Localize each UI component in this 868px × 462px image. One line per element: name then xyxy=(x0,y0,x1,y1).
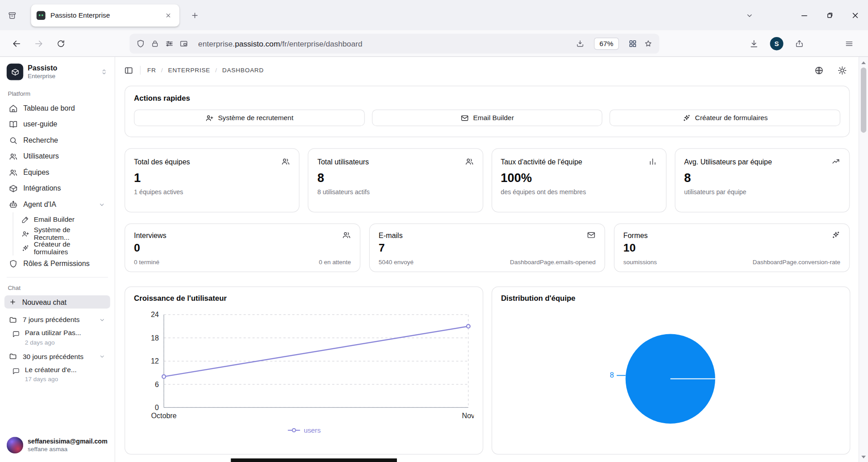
sidebar-item-form-builder[interactable]: Créateur de formulaires xyxy=(17,241,110,256)
workspace-switcher[interactable]: Passisto Enterprise xyxy=(5,61,110,84)
sidebar-item-roles-permissions[interactable]: Rôles & Permissions xyxy=(5,256,110,272)
breadcrumb-fr[interactable]: FR xyxy=(147,67,156,74)
user-account-button[interactable]: seffanesisima@gmail.com seffane asmaa xyxy=(5,434,110,457)
breadcrumb-dashboard[interactable]: DASHBOARD xyxy=(222,67,264,74)
sidebar-item-label: Agent d'IA xyxy=(23,200,56,208)
stat-card-team-activity: Taux d'activité de l'équipe 100% des équ… xyxy=(491,148,666,212)
url-bar[interactable]: enterprise.passisto.com/fr/enterprise/da… xyxy=(130,33,660,53)
save-to-device-icon[interactable] xyxy=(576,39,585,48)
sidebar-item-search[interactable]: Recherche xyxy=(5,132,110,149)
breadcrumb-enterprise[interactable]: ENTERPRISE xyxy=(168,67,210,74)
sparkles-icon xyxy=(22,244,29,252)
minimize-icon xyxy=(800,11,809,20)
sidebar-item-email-builder[interactable]: Email Builder xyxy=(17,212,110,227)
maximize-button[interactable] xyxy=(817,0,842,30)
users-icon xyxy=(9,152,18,161)
sidebar-item-dashboard[interactable]: Tableau de bord xyxy=(5,100,110,117)
chat-title: Le créateur d'e... xyxy=(25,366,76,374)
button-label: Système de recrutement xyxy=(218,114,293,121)
plus-icon xyxy=(9,298,17,306)
downloads-button[interactable] xyxy=(745,35,763,52)
user-growth-chart-card: Croissance de l'utilisateur 06121824Octo… xyxy=(125,286,483,454)
sidebar-item-integrations[interactable]: Intégrations xyxy=(5,180,110,196)
new-chat-label: Nouveau chat xyxy=(22,298,66,306)
minimize-button[interactable] xyxy=(792,0,817,30)
scrollbar-thumb[interactable] xyxy=(861,67,866,132)
browser-scrollbar[interactable] xyxy=(859,57,868,462)
sidebar-item-teams[interactable]: Équipes xyxy=(5,164,110,181)
brand-logo xyxy=(7,64,24,80)
quick-actions-card: Actions rapides Système de recrutement E… xyxy=(125,86,850,137)
sidebar-item-users[interactable]: Utilisateurs xyxy=(5,148,110,164)
pen-icon xyxy=(22,216,29,224)
metric-left: 0 terminé xyxy=(134,259,159,266)
stat-title: Total utilisateurs xyxy=(317,157,369,165)
metric-left: soumissions xyxy=(623,259,657,266)
sidebar-toggle-icon[interactable] xyxy=(124,65,133,75)
tracking-protection-shield-icon[interactable] xyxy=(136,39,145,48)
browser-tab[interactable]: Passisto Enterprise xyxy=(31,4,179,26)
chat-history-item[interactable]: Para utilizar Pas...2 days ago xyxy=(5,327,110,349)
profile-button[interactable]: S xyxy=(770,37,783,50)
form-builder-button[interactable]: Créateur de formulaires xyxy=(610,109,840,126)
tab-favicon xyxy=(37,11,46,20)
stat-subtitle: utilisateurs par équipe xyxy=(684,189,840,196)
back-button[interactable] xyxy=(8,35,25,52)
reload-button[interactable] xyxy=(52,35,70,52)
sidebar-item-recruitment-system[interactable]: Système de Recrutem... xyxy=(17,227,110,241)
tab-list-button[interactable] xyxy=(741,7,758,23)
chat-bubble-icon xyxy=(12,330,20,338)
recruitment-system-button[interactable]: Système de recrutement xyxy=(134,109,364,126)
lock-icon[interactable] xyxy=(151,39,160,48)
language-button[interactable] xyxy=(811,62,826,78)
share-icon xyxy=(795,39,804,48)
bottom-dark-strip xyxy=(231,458,397,462)
page-header: FR / ENTERPRISE / DASHBOARD xyxy=(115,57,859,84)
sidebar-item-user-guide[interactable]: user-guide xyxy=(5,116,110,132)
app-sidebar: Passisto Enterprise Platform Tableau de … xyxy=(0,57,115,462)
theme-toggle-button[interactable] xyxy=(834,62,849,78)
restore-icon xyxy=(826,11,835,20)
user-plus-icon xyxy=(22,230,29,238)
growth-chart-legend[interactable]: users xyxy=(134,426,474,434)
extension-grid-icon[interactable] xyxy=(628,39,637,48)
chat-timestamp: 2 days ago xyxy=(25,339,81,345)
url-domain: passisto.com xyxy=(235,39,280,48)
close-button[interactable] xyxy=(843,0,868,30)
menu-button[interactable] xyxy=(840,35,858,52)
permissions-sliders-icon[interactable] xyxy=(165,39,174,48)
stat-title: Taux d'activité de l'équipe xyxy=(501,157,582,165)
forward-button[interactable] xyxy=(30,35,47,52)
history-group-30-days[interactable]: 30 jours précédents xyxy=(5,349,110,364)
platform-section-label: Platform xyxy=(5,84,110,100)
chat-history-item[interactable]: Le créateur d'e...17 days ago xyxy=(5,364,110,385)
sidebar-item-ai-agent[interactable]: Agent d'IA xyxy=(5,196,110,213)
email-builder-button[interactable]: Email Builder xyxy=(372,109,602,126)
book-icon xyxy=(9,120,18,129)
tab-close-button[interactable] xyxy=(163,9,174,20)
new-chat-button[interactable]: Nouveau chat xyxy=(5,295,110,308)
metric-value: 10 xyxy=(623,242,840,254)
firefox-view-button[interactable] xyxy=(3,7,21,23)
share-button[interactable] xyxy=(791,35,808,52)
metric-card-forms: Formes 10 soumissionsDashboardPage.conve… xyxy=(614,224,850,272)
stat-subtitle: des équipes ont des membres xyxy=(501,189,657,196)
zoom-indicator[interactable]: 67% xyxy=(594,38,618,49)
chevron-up-down-icon xyxy=(100,68,108,76)
bookmark-star-icon[interactable] xyxy=(644,39,653,48)
chevron-down-icon xyxy=(98,201,106,208)
metric-title: E-mails xyxy=(379,231,403,239)
picture-in-picture-icon[interactable] xyxy=(179,39,189,48)
scrollbar-up-arrow[interactable] xyxy=(859,59,868,66)
metric-card-emails: E-mails 7 5040 envoyéDashboardPage.email… xyxy=(369,224,605,272)
stat-subtitle: 1 équipes actives xyxy=(134,189,290,196)
new-tab-button[interactable] xyxy=(186,7,203,23)
chevron-down-icon xyxy=(99,316,106,323)
chat-bubble-icon xyxy=(12,367,20,375)
scrollbar-down-arrow[interactable] xyxy=(859,453,868,461)
history-group-7-days[interactable]: 7 jours précédents xyxy=(5,312,110,327)
extensions-button[interactable] xyxy=(816,35,833,52)
sidebar-item-label: Intégrations xyxy=(23,184,61,192)
metric-title: Formes xyxy=(623,231,648,239)
chevron-down-icon xyxy=(99,353,106,360)
